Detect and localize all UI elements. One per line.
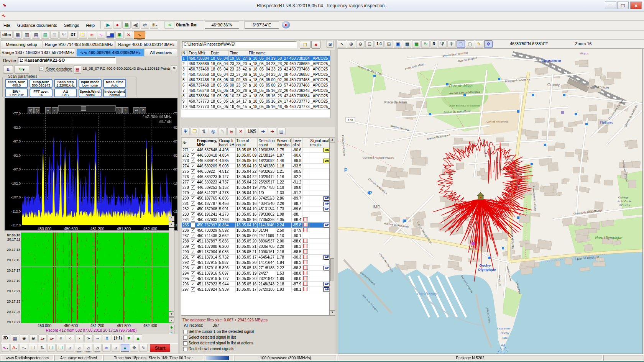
audio-button[interactable]: ◀) xyxy=(131,21,140,29)
menu-file[interactable]: File xyxy=(0,21,14,30)
signal-row-288[interactable]: 288✓451.1378975.88618.05.05 208896/5372.… xyxy=(182,239,330,244)
waterfall-button[interactable]: ≋ xyxy=(88,31,96,39)
notes-button[interactable]: ▤ xyxy=(277,128,286,135)
signal-row-277[interactable]: 277✓446.5392234.73718.05.04 2225/265171.… xyxy=(182,180,330,185)
chart-time-button[interactable]: ▦ xyxy=(11,334,19,342)
file-col-2[interactable]: Date xyxy=(210,51,229,56)
signal-scrollbar[interactable] xyxy=(330,143,335,310)
menu-help[interactable]: Help xyxy=(82,21,98,30)
signal-cell[interactable]: ✓ xyxy=(190,239,196,244)
signal-cell[interactable]: ✓ xyxy=(190,260,196,265)
tab-1[interactable]: Range 910.714493-986.020818MHz xyxy=(43,41,115,48)
option-checkbox-2[interactable]: Select detected signal in list at action… xyxy=(183,341,253,346)
page-prev-button[interactable]: ‹ xyxy=(66,334,74,342)
session-page-button[interactable]: ▤ xyxy=(74,65,81,74)
close-panel-button[interactable]: ⊠ xyxy=(327,41,334,48)
signal-row-271[interactable]: 271✓446.5378484.49818.05.05 1019/363561.… xyxy=(182,147,330,153)
signal-cell[interactable]: ✓ xyxy=(190,287,196,292)
signal-cell[interactable]: ✓ xyxy=(190,244,196,249)
axes-button[interactable]: ⊿ xyxy=(66,344,74,352)
signal-cell[interactable]: ✓ xyxy=(190,206,196,212)
analysis-chip-apco[interactable]: APCO xyxy=(323,282,330,287)
zoom-out-button[interactable]: ⊖ xyxy=(29,334,38,342)
signal-cell[interactable]: ✓ xyxy=(190,201,196,206)
spec-undo-button[interactable]: ↺ xyxy=(140,107,146,113)
wave-file-icon[interactable] xyxy=(303,287,308,291)
signal-cell[interactable]: ✓ xyxy=(190,153,196,158)
signal-cell[interactable]: ✓ xyxy=(190,276,196,282)
scan-param-scan-step[interactable]: Scan step1.22081kHz xyxy=(54,79,77,88)
calculator-button[interactable]: ▦ xyxy=(13,31,22,39)
map-pencil-button[interactable]: ✎ xyxy=(475,40,483,48)
wave-file-icon[interactable] xyxy=(303,271,308,275)
calendar-3d-button[interactable]: ▤ xyxy=(32,31,40,39)
store-database-checkbox[interactable]: ✓ xyxy=(39,67,43,71)
wf-scroll-top-icon[interactable]: ⌃ xyxy=(169,216,174,221)
delete-wave-button[interactable]: ✕ xyxy=(311,41,320,49)
wf-scroll-up-icon[interactable]: ▲ xyxy=(169,222,174,227)
map-export-button[interactable]: ▦ xyxy=(403,40,411,48)
view-3d-button[interactable]: 3D xyxy=(1,334,10,342)
map-select1-button[interactable]: ▢ xyxy=(457,40,465,48)
wave-file-icon[interactable] xyxy=(303,217,308,221)
map-pan-button[interactable]: ✥ xyxy=(484,40,493,48)
map-r-button[interactable]: R xyxy=(430,40,437,48)
signal-cell[interactable]: ✓ xyxy=(190,265,196,271)
signal-row-285[interactable]: 285✓450.7379976.38418.05.04 1911418/462.… xyxy=(182,223,330,228)
signal-checkbox[interactable]: ✓ xyxy=(191,255,195,259)
analysis-chip-apco[interactable]: APCO xyxy=(323,196,330,201)
spec-scroll-next-button[interactable]: › xyxy=(116,107,122,113)
file-row-10[interactable]: 10450.73777318_05_0516_46_45a_18_05_05 1… xyxy=(182,104,331,110)
signal-checkbox[interactable]: ✓ xyxy=(191,164,195,168)
signal-col-2[interactable]: Frequency,MHz xyxy=(196,138,218,147)
close-button[interactable]: ✕ xyxy=(630,2,642,9)
import-button[interactable]: ➔ xyxy=(268,128,276,135)
graph-x-button[interactable]: ▵▾ xyxy=(38,334,47,342)
page-next-button[interactable]: › xyxy=(75,334,84,342)
file-row-3[interactable]: 3450.73746818_05_0423_23_42a_18_05_04 23… xyxy=(182,67,331,72)
signal-row-297[interactable]: 297✓451.1379245.93918.05.05 1767/201861.… xyxy=(182,287,330,292)
signal-col-0[interactable]: № xyxy=(182,138,190,147)
signal-cell[interactable]: ✓ xyxy=(190,180,196,185)
edit-trace-button[interactable]: ✎ xyxy=(139,344,148,352)
page-first-button[interactable]: « xyxy=(57,334,65,342)
signal-checkbox[interactable]: ✓ xyxy=(191,260,195,265)
analysis-chip-apco[interactable]: APCO xyxy=(323,201,330,206)
wf-diamond-icon[interactable]: ◆ xyxy=(169,325,174,330)
file-row-4[interactable]: 4450.73685818_05_0423_37_08a_18_05_04 23… xyxy=(182,72,331,77)
trace-curr-button[interactable]: ⊿curr xyxy=(75,344,83,352)
wf-scroll-down-icon[interactable]: ▼ xyxy=(169,311,174,317)
wave-file-icon[interactable] xyxy=(303,239,308,243)
signal-checkbox[interactable]: ✓ xyxy=(191,228,195,233)
monitor-sync-button[interactable]: ⇊ xyxy=(3,65,13,74)
marker-a-button[interactable]: A▾ xyxy=(10,344,19,352)
file-row-8[interactable]: 8450.73838418_05_0516_23_42a_18_05_05 16… xyxy=(182,93,331,99)
move-up-button[interactable]: ▲ xyxy=(134,334,142,342)
signal-col-7[interactable]: Leveof si xyxy=(292,138,302,147)
map-zoom-out-button[interactable]: ⊖ xyxy=(356,40,365,48)
edit-button[interactable]: ✎ xyxy=(218,128,227,135)
menu-guidance-documents[interactable]: Guidance documents xyxy=(14,21,61,30)
signal-checkbox[interactable]: ✓ xyxy=(191,185,195,190)
signal-checkbox[interactable]: ✓ xyxy=(191,180,195,184)
option-checkbox-3[interactable]: Don't show banned signals xyxy=(183,347,234,351)
signal-row-289[interactable]: 289✓451.1378986.20018.05.05 212035/7052.… xyxy=(182,244,330,249)
signal-col-5[interactable]: Detectioncount xyxy=(258,138,276,147)
signal-checkbox[interactable]: ✓ xyxy=(191,287,195,292)
graph-y-button[interactable]: ▵▾ xyxy=(48,334,56,342)
play-button[interactable]: ▶ xyxy=(104,21,112,29)
signal-scroll-up-icon[interactable]: ▲ xyxy=(330,138,335,143)
trace-aver-button[interactable]: ⊿aver xyxy=(93,344,102,352)
signal-cell[interactable]: ✓ xyxy=(190,212,196,217)
folders-button[interactable]: ❒ xyxy=(79,31,87,39)
signal-row-275[interactable]: 275✓446.539224.51218.05.04 2246/326231.2… xyxy=(182,169,330,174)
book1-button[interactable]: ❒ xyxy=(47,344,56,352)
wave-path[interactable]: C:\Users\al\RInspector\WAVE\ xyxy=(182,41,297,48)
signal-row-283[interactable]: 283✓450.1912414.27318.05.05 1679/338021.… xyxy=(182,212,330,217)
wave-file-icon[interactable] xyxy=(303,228,308,232)
tab-r2-0[interactable]: Range 1837.196039-1837.597046MHz xyxy=(1,49,75,56)
signal-cell[interactable]: ✓ xyxy=(190,147,196,153)
trace-pen-button[interactable]: ∿▾ xyxy=(1,344,10,352)
file-col-1[interactable]: Freq.MHz xyxy=(188,51,210,56)
spec-scroll-first-button[interactable]: « xyxy=(45,107,51,113)
